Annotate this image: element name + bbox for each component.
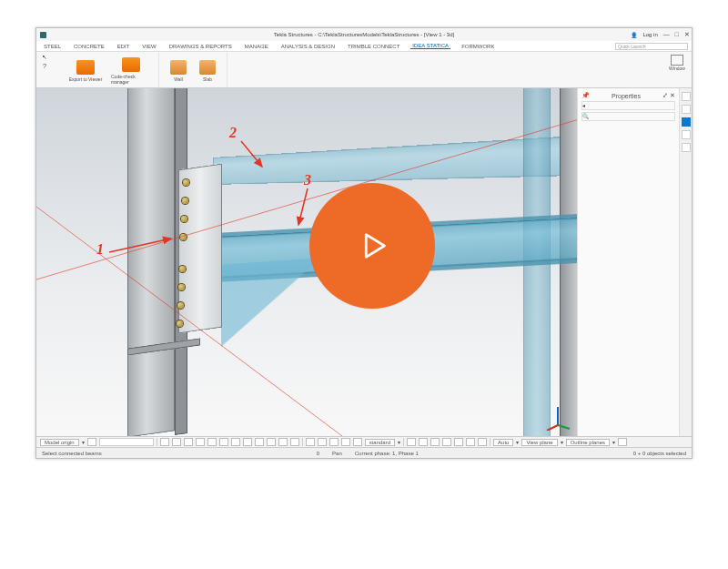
play-video-button[interactable] — [309, 183, 435, 309]
maximize-icon[interactable]: □ — [675, 31, 679, 38]
menubar: STEEL CONCRETE EDIT VIEW DRAWINGS & REPO… — [36, 41, 692, 52]
code-check-icon — [122, 57, 140, 72]
tab-analysis[interactable]: ANALYSIS & DESIGN — [279, 44, 337, 49]
tab-idea-statica[interactable]: IDEA STATICA — [410, 43, 450, 49]
svg-line-6 — [558, 425, 570, 429]
tool-icon[interactable] — [329, 438, 339, 446]
tool-icon[interactable] — [306, 438, 315, 446]
quick-launch-input[interactable]: Quick Launch — [615, 43, 688, 50]
code-check-label: Code-check manager — [111, 74, 151, 85]
titlebar: Tekla Structures - C:\TeklaStructuresMod… — [36, 28, 692, 41]
tool-icon[interactable] — [618, 438, 627, 446]
standard-select[interactable]: standard — [365, 439, 395, 446]
minimize-icon[interactable]: — — [663, 31, 670, 38]
wall-icon — [170, 60, 187, 75]
tab-drawings[interactable]: DRAWINGS & REPORTS — [167, 44, 234, 49]
export-to-viewer-button[interactable]: Export to Viewer — [66, 60, 106, 82]
tool-icon[interactable] — [267, 438, 276, 446]
tab-formwork[interactable]: FORMWORK — [460, 44, 496, 49]
properties-row[interactable]: ◂ — [581, 101, 675, 110]
tool-icon[interactable] — [160, 438, 169, 446]
tool-icon[interactable] — [353, 438, 362, 446]
svg-marker-8 — [366, 235, 384, 258]
chevron-down-icon[interactable]: ▾ — [612, 439, 615, 445]
user-icon[interactable]: 👤 — [631, 32, 637, 38]
status-prompt: Select connected beams — [42, 451, 102, 456]
sidetab-2[interactable] — [682, 105, 691, 114]
ribbon-group-idea: Export to Viewer Code-check manager — [58, 52, 159, 87]
tool-icon[interactable] — [184, 438, 193, 446]
cursor-tool-icon[interactable]: ↖ — [40, 54, 49, 61]
svg-line-4 — [298, 188, 308, 225]
3d-viewport[interactable]: 1 2 3 — [36, 88, 577, 436]
tab-edit[interactable]: EDIT — [116, 44, 132, 49]
status-zero: 0 — [317, 451, 319, 456]
tab-manage[interactable]: MANAGE — [243, 44, 270, 49]
tab-steel[interactable]: STEEL — [42, 44, 63, 49]
export-icon — [76, 60, 95, 75]
axis-triad-icon — [544, 403, 571, 431]
chevron-down-icon[interactable]: ▾ — [561, 439, 563, 445]
tab-view[interactable]: VIEW — [140, 44, 157, 49]
panel-pin-icon[interactable]: 📌 — [581, 92, 590, 99]
tool-icon[interactable] — [172, 438, 181, 446]
view-plane-select[interactable]: View plane — [521, 439, 557, 446]
model-search-input[interactable] — [99, 438, 154, 446]
tab-concrete[interactable]: CONCRETE — [72, 44, 106, 49]
app-logo-icon — [40, 32, 46, 38]
model-origin-button[interactable]: Model origin — [40, 439, 79, 446]
annotation-label-3: 3 — [304, 172, 311, 188]
tool-icon[interactable] — [318, 438, 327, 446]
tool-icon[interactable] — [442, 438, 451, 446]
auto-select[interactable]: Auto — [493, 439, 513, 446]
slab-icon — [199, 60, 216, 75]
wall-label: Wall — [174, 76, 183, 82]
hand-tool-icon[interactable]: ? — [40, 63, 49, 70]
tool-icon[interactable] — [231, 438, 240, 446]
ribbon-group-formwork: Wall Slab — [159, 52, 228, 87]
wall-button[interactable]: Wall — [167, 60, 190, 82]
sidetab-1[interactable] — [682, 92, 691, 101]
right-sidetabs — [679, 88, 692, 436]
tool-icon[interactable] — [278, 438, 288, 446]
tool-icon[interactable] — [454, 438, 463, 446]
properties-panel: 📌 Properties ⤢ ✕ ◂ 🔍 — [577, 88, 679, 436]
chevron-down-icon[interactable]: ▾ — [82, 439, 85, 445]
outline-planes-select[interactable]: Outline planes — [566, 439, 610, 446]
properties-search[interactable]: 🔍 — [581, 112, 675, 121]
slab-label: Slab — [203, 76, 212, 82]
status-pan: Pan — [332, 451, 342, 456]
svg-line-3 — [241, 141, 262, 167]
tool-icon[interactable] — [466, 438, 475, 446]
tool-icon[interactable] — [207, 438, 217, 446]
tool-icon[interactable] — [196, 438, 205, 446]
tool-icon[interactable] — [255, 438, 264, 446]
tool-icon[interactable] — [430, 438, 440, 446]
tool-icon[interactable] — [290, 438, 299, 446]
panel-expand-icon[interactable]: ⤢ — [662, 92, 668, 98]
tool-icon[interactable] — [243, 438, 252, 446]
tool-icon[interactable] — [478, 438, 487, 446]
chevron-down-icon[interactable]: ▾ — [516, 439, 519, 445]
sidetab-5[interactable] — [682, 143, 691, 152]
login-link[interactable]: Log in — [642, 32, 657, 37]
statusbar: Select connected beams 0 Pan Current pha… — [36, 447, 692, 458]
slab-button[interactable]: Slab — [196, 60, 219, 82]
close-icon[interactable]: ✕ — [684, 31, 690, 38]
panel-close-icon[interactable]: ✕ — [670, 92, 675, 98]
tool-icon[interactable] — [87, 438, 96, 446]
tool-icon[interactable] — [419, 438, 428, 446]
tab-trimble[interactable]: TRIMBLE CONNECT — [346, 44, 401, 49]
titlebar-view: [View 1 - 3d] — [424, 32, 454, 37]
tool-icon[interactable] — [407, 438, 416, 446]
svg-line-0 — [36, 116, 577, 279]
code-check-button[interactable]: Code-check manager — [111, 57, 151, 85]
tool-icon[interactable] — [341, 438, 350, 446]
window-button[interactable]: Window — [666, 52, 688, 71]
window-icon — [671, 55, 683, 66]
status-selection: 0 + 0 objects selected — [633, 451, 686, 456]
sidetab-4[interactable] — [682, 130, 691, 139]
chevron-down-icon[interactable]: ▾ — [398, 439, 400, 445]
tool-icon[interactable] — [219, 438, 228, 446]
sidetab-3[interactable] — [682, 117, 691, 127]
